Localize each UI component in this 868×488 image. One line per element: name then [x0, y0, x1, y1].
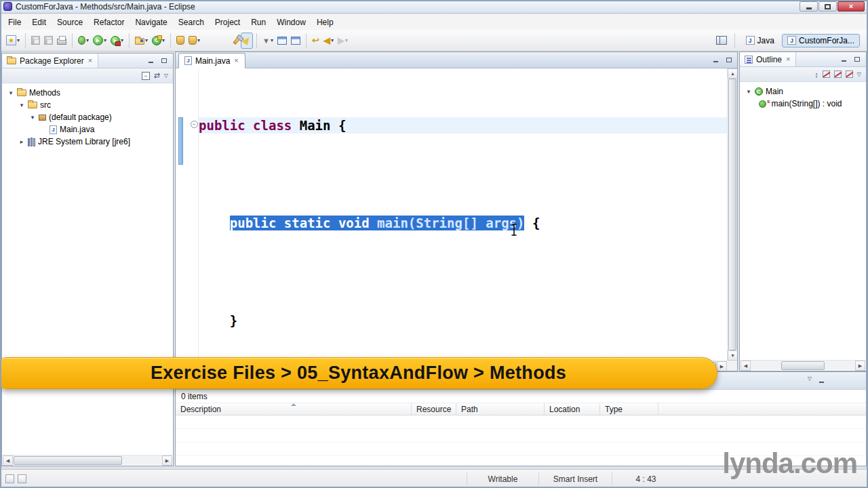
- save-button[interactable]: [29, 33, 42, 49]
- twisty-expanded-icon[interactable]: ▾: [18, 102, 25, 108]
- column-header-path[interactable]: Path: [456, 403, 545, 415]
- close-tab-icon[interactable]: ×: [233, 57, 239, 64]
- menu-item-project[interactable]: Project: [210, 15, 245, 30]
- perspective-custom-button[interactable]: J CustomForJa...: [782, 34, 860, 47]
- minimize-view-button[interactable]: [145, 56, 156, 66]
- outline-hscrollbar[interactable]: ◀ ▶: [741, 360, 865, 370]
- view-menu-button[interactable]: ▽: [808, 375, 812, 385]
- dropdown-arrow-icon[interactable]: ▾: [104, 37, 106, 43]
- hide-fields-button[interactable]: [823, 70, 830, 78]
- menu-item-refactor[interactable]: Refactor: [88, 15, 130, 30]
- maximize-editor-button[interactable]: [724, 55, 734, 64]
- close-view-icon[interactable]: ×: [785, 56, 791, 63]
- column-header-type[interactable]: Type: [600, 403, 658, 415]
- maximize-button[interactable]: [818, 1, 837, 12]
- tree-item-src[interactable]: ▾ src: [2, 99, 173, 111]
- back-button[interactable]: ◀ ▾: [321, 33, 336, 49]
- scroll-down-arrow[interactable]: ▼: [728, 350, 737, 361]
- menu-item-help[interactable]: Help: [311, 15, 339, 30]
- minimize-view-button[interactable]: [838, 55, 849, 64]
- scroll-thumb[interactable]: [14, 456, 122, 465]
- minimize-editor-button[interactable]: [710, 55, 721, 64]
- scroll-right-arrow[interactable]: ▶: [855, 361, 865, 371]
- minimize-view-button[interactable]: [816, 375, 827, 385]
- scroll-left-arrow[interactable]: ◀: [741, 361, 751, 371]
- package-explorer-hscrollbar[interactable]: ◀ ▶: [3, 455, 172, 465]
- search-button[interactable]: [233, 33, 241, 49]
- package-explorer-tab[interactable]: Package Explorer ×: [2, 54, 98, 68]
- menu-item-window[interactable]: Window: [271, 15, 311, 30]
- tree-item-default-package[interactable]: ▾ (default package): [2, 111, 173, 123]
- debug-button[interactable]: ▾: [76, 33, 91, 49]
- scroll-thumb[interactable]: [781, 361, 825, 370]
- close-view-icon[interactable]: ×: [87, 57, 93, 64]
- scroll-left-arrow[interactable]: ◀: [3, 455, 13, 466]
- editor-tab-main-java[interactable]: J Main.java ×: [178, 53, 245, 68]
- column-header-description[interactable]: Description: [176, 403, 412, 415]
- dropdown-arrow-icon[interactable]: ▾: [345, 37, 348, 43]
- scroll-right-arrow[interactable]: ▶: [717, 361, 727, 371]
- menu-item-navigate[interactable]: Navigate: [130, 15, 172, 30]
- outline-tab[interactable]: Outline ×: [740, 52, 796, 66]
- twisty-expanded-icon[interactable]: ▾: [29, 114, 36, 121]
- dropdown-arrow-icon[interactable]: ▾: [145, 37, 148, 43]
- tree-item-main-java[interactable]: J Main.java: [2, 123, 173, 136]
- link-with-editor-button[interactable]: ⇄: [154, 71, 160, 80]
- scroll-up-arrow[interactable]: ▲: [728, 68, 737, 79]
- dropdown-arrow-icon[interactable]: ▾: [197, 37, 200, 43]
- column-header-location[interactable]: Location: [545, 403, 600, 415]
- perspective-java-button[interactable]: J Java: [741, 34, 780, 47]
- external-tools-button[interactable]: ▶ ▾: [108, 33, 125, 49]
- menu-item-source[interactable]: Source: [52, 15, 88, 30]
- print-button[interactable]: [55, 33, 68, 49]
- status-icon[interactable]: [18, 474, 26, 483]
- close-button[interactable]: ×: [837, 1, 865, 12]
- menu-item-edit[interactable]: Edit: [26, 15, 52, 30]
- hide-non-public-button[interactable]: [846, 70, 853, 78]
- next-annotation-button[interactable]: ▼ ▾: [260, 33, 275, 49]
- view-menu-button[interactable]: ▽: [857, 71, 861, 77]
- status-icon[interactable]: [5, 474, 14, 483]
- new-wizard-button[interactable]: ★ ▾: [4, 33, 22, 49]
- last-edit-location-button[interactable]: ↩: [310, 33, 321, 49]
- scroll-thumb[interactable]: [728, 79, 736, 350]
- mark-occurrences-button[interactable]: [241, 33, 253, 49]
- javadoc-wizard-button[interactable]: ▾: [186, 33, 202, 49]
- minimize-button[interactable]: [800, 1, 818, 12]
- maximize-view-button[interactable]: [159, 56, 170, 66]
- column-header-resource[interactable]: Resource: [412, 403, 456, 415]
- menu-item-run[interactable]: Run: [245, 15, 271, 30]
- new-java-project-button[interactable]: ▾: [133, 33, 150, 49]
- save-all-button[interactable]: [42, 33, 55, 49]
- run-button[interactable]: ▶ ▾: [91, 33, 108, 49]
- tree-item-methods[interactable]: ▾ Methods: [2, 87, 173, 99]
- fold-collapse-button[interactable]: −: [191, 121, 198, 128]
- outline-item-class[interactable]: ▾ C Main: [740, 85, 866, 98]
- outline-item-method[interactable]: s main(String[]) : void: [740, 98, 866, 110]
- open-perspective-button[interactable]: [714, 33, 729, 49]
- dropdown-arrow-icon[interactable]: ▾: [86, 37, 89, 43]
- twisty-expanded-icon[interactable]: ▾: [7, 89, 14, 96]
- view-menu-button[interactable]: ▽: [164, 73, 168, 79]
- collapse-all-button[interactable]: −: [142, 72, 150, 80]
- menu-item-search[interactable]: Search: [173, 15, 210, 30]
- open-type-button[interactable]: [174, 33, 186, 49]
- menu-item-file[interactable]: File: [3, 15, 26, 30]
- dropdown-arrow-icon[interactable]: ▾: [331, 37, 334, 43]
- dropdown-arrow-icon[interactable]: ▾: [271, 37, 273, 43]
- twisty-expanded-icon[interactable]: ▾: [745, 88, 752, 95]
- tree-item-jre-library[interactable]: ▸ JRE System Library [jre6]: [2, 136, 173, 148]
- editor-vscrollbar[interactable]: ▲ ▼: [727, 68, 737, 361]
- sort-button[interactable]: ↕: [814, 70, 818, 79]
- scroll-right-arrow[interactable]: ▶: [162, 455, 172, 466]
- dropdown-arrow-icon[interactable]: ▾: [17, 37, 20, 43]
- maximize-view-button[interactable]: [852, 55, 863, 64]
- dropdown-arrow-icon[interactable]: ▾: [162, 37, 165, 43]
- editor-text-area[interactable]: − public class Main { public static void…: [176, 68, 737, 371]
- new-class-button[interactable]: C ▾: [150, 33, 167, 49]
- tasks-button[interactable]: [289, 33, 302, 49]
- console-button[interactable]: [275, 33, 289, 49]
- hide-static-members-button[interactable]: [834, 70, 842, 78]
- twisty-collapsed-icon[interactable]: ▸: [18, 138, 25, 145]
- forward-button[interactable]: ▶ ▾: [336, 33, 350, 49]
